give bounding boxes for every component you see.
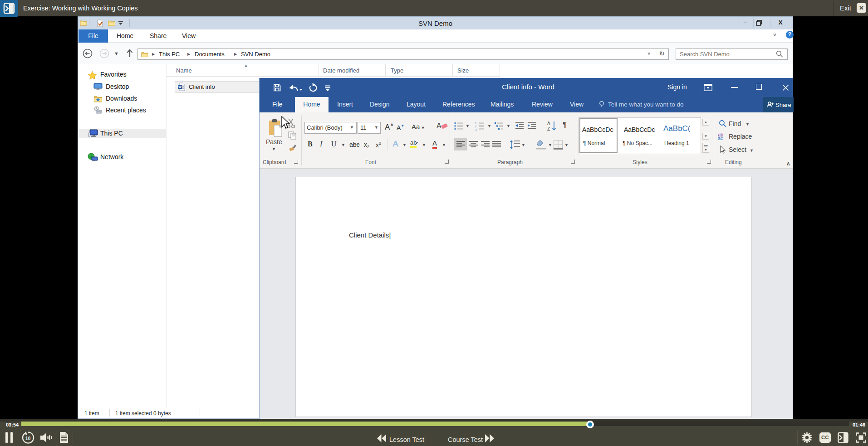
svg-text:3: 3 bbox=[475, 128, 477, 131]
svg-text:A: A bbox=[547, 121, 550, 126]
svg-text:Z: Z bbox=[547, 126, 550, 131]
svg-text:2: 2 bbox=[475, 125, 477, 128]
svg-text:1: 1 bbox=[475, 122, 477, 125]
svg-text:10: 10 bbox=[25, 436, 31, 441]
svg-text:W: W bbox=[178, 85, 182, 89]
